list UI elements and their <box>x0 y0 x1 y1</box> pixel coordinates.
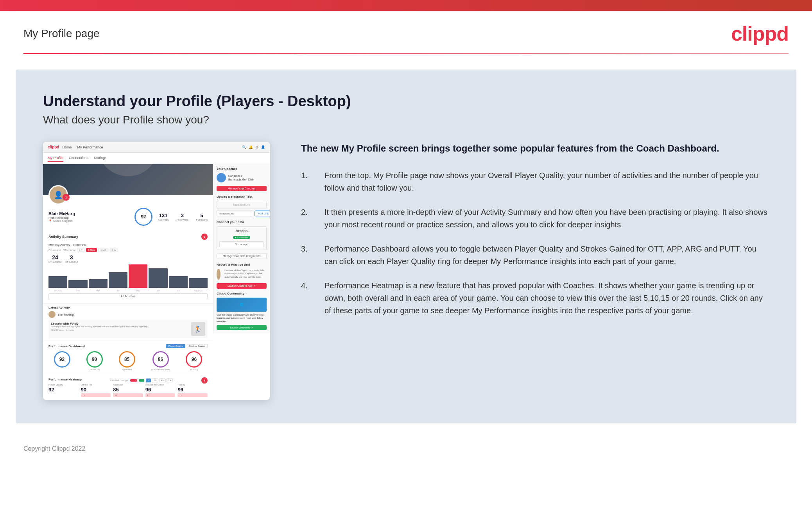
la-avatar <box>48 311 56 318</box>
drill-avatar <box>217 269 220 280</box>
round-5[interactable]: 5 <box>146 378 151 382</box>
manage-integrations-button[interactable]: Manage Your Data Integrations <box>217 253 267 259</box>
nav-my-performance[interactable]: My Performance <box>77 145 103 149</box>
filter-1w[interactable]: 1 W <box>110 248 118 252</box>
filter-row: On-course Off-course 1 Y 6 Mths 1 Mth 1 … <box>48 248 208 252</box>
lesson-title: Lesson with Fordy <box>51 322 188 325</box>
player-name: Blair McHarg <box>48 211 129 216</box>
profile-body: 👤 1 Blair McHarg Plus Handicap 📍 United … <box>43 164 270 400</box>
perf-rings: 92 90 Off the Tee 85 Approach <box>48 351 208 371</box>
community-text: Visit the Clippd Community and discover … <box>217 313 267 323</box>
tab-settings[interactable]: Settings <box>94 154 107 162</box>
list-text-4: Performance Heatmap is a new feature tha… <box>324 279 769 317</box>
round-15[interactable]: 15 <box>159 378 166 382</box>
ring-overall: 92 <box>54 351 70 371</box>
bar-chart <box>48 266 208 288</box>
monthly-activity-label: Monthly Activity - 6 Months <box>48 243 208 246</box>
badge-1: 1 <box>63 194 70 201</box>
coach-item: Dan Dories Barnstaple Golf Club <box>217 173 267 182</box>
ring-2[interactable]: 90 <box>86 351 103 368</box>
heatmap-col-arg[interactable]: Around the Green 96 ↓↓ <box>145 384 176 397</box>
perf-header: Performance Dashboard Player Quality Str… <box>48 344 208 348</box>
trackman-box: Trackman Link <box>217 201 267 209</box>
list-item-1: From the top, My Profile page now shows … <box>301 169 769 194</box>
launch-capture-button[interactable]: Launch Capture App ↗ <box>217 283 267 289</box>
activity-title: Activity Summary <box>48 235 78 239</box>
ring-app: 85 Approach <box>119 351 135 371</box>
manage-coaches-button[interactable]: Manage Your Coaches <box>217 186 267 191</box>
bar-6 <box>149 268 167 288</box>
heatmap-controls: 5 Round Change: 5 10 15 20 <box>110 378 173 382</box>
browser-nav: Home My Performance <box>62 145 103 149</box>
round-10[interactable]: 10 <box>152 378 158 382</box>
filter-1y[interactable]: 1 Y <box>77 248 84 252</box>
trackman-section: Upload a Trackman Test Trackman Link Add… <box>217 195 267 216</box>
main-content: Understand your Profile (Players - Deskt… <box>16 70 796 423</box>
quality-ring[interactable]: 92 <box>134 208 152 226</box>
trackman-title: Upload a Trackman Test <box>217 195 267 198</box>
top-bar <box>0 0 812 11</box>
trackman-input[interactable] <box>217 211 253 216</box>
profile-tabs: My Profile Connections Settings <box>43 153 270 164</box>
trackman-add-button[interactable]: Add Link <box>255 211 270 216</box>
list-text-1: From the top, My Profile page now shows … <box>324 169 769 194</box>
trend-neg <box>130 379 137 382</box>
toggle-strokes-gained[interactable]: Strokes Gained <box>187 344 208 348</box>
player-location: 📍 United Kingdom <box>48 220 129 223</box>
coach-info: Dan Dories Barnstaple Golf Club <box>228 174 254 181</box>
list-text-3: Performance Dashboard allows you to togg… <box>324 243 769 268</box>
ring-1[interactable]: 92 <box>54 351 70 368</box>
latest-activity-item: Blair McHarg <box>48 311 208 318</box>
trackman-label: Trackman Link <box>219 204 264 206</box>
heatmap-col-overall: Player Quality 92 <box>48 384 79 397</box>
la-info: Blair McHarg <box>58 313 73 316</box>
heatmap-rounds: 5 10 15 20 <box>146 378 173 382</box>
all-activities-button[interactable]: All Activities <box>48 293 208 299</box>
disconnect-button[interactable]: Disconnect <box>219 241 264 247</box>
screenshot-container: clippd Home My Performance 🔍 🔔 ⚙ 👤 My Pr… <box>43 142 270 400</box>
community-section: Clippd Community 🌐 Visit the Clippd Comm… <box>217 292 267 330</box>
heatmap-col-app[interactable]: Approach 85 ↓↓ <box>113 384 143 397</box>
ring-ott: 90 Off the Tee <box>86 351 103 371</box>
on-course-stat: 24 On Course <box>48 254 62 263</box>
heatmap-change-ott: ↓↓ <box>81 393 111 397</box>
tab-my-profile[interactable]: My Profile <box>48 154 63 162</box>
screenshot-mockup: clippd Home My Performance 🔍 🔔 ⚙ 👤 My Pr… <box>43 142 270 400</box>
ring-3[interactable]: 85 <box>119 351 135 368</box>
browser-bar: clippd Home My Performance 🔍 🔔 ⚙ 👤 <box>43 142 270 153</box>
badge-4: 4 <box>201 377 208 384</box>
filter-label-on: On-course <box>48 249 61 252</box>
bell-icon[interactable]: 🔔 <box>249 145 253 149</box>
activity-section: Activity Summary 2 Monthly Activity - 6 … <box>43 230 213 303</box>
header: My Profile page clippd <box>0 11 812 53</box>
filter-1m[interactable]: 1 Mth <box>99 248 108 252</box>
filter-6m[interactable]: 6 Mths <box>86 248 97 252</box>
community-image: 🌐 <box>217 298 267 312</box>
tab-connections[interactable]: Connections <box>69 154 88 162</box>
perf-title: Performance Dashboard <box>48 345 85 348</box>
off-course-stat: 3 Off Course <box>65 254 78 263</box>
bar-labels: Jan 2021 Feb Mar Apr May Jun Jul Aug 202… <box>48 289 208 292</box>
ring-4[interactable]: 86 <box>152 351 169 368</box>
bar-1 <box>48 276 67 288</box>
location-icon: 📍 <box>48 220 52 223</box>
drill-content: Use one of the Clippd community drills o… <box>217 269 267 280</box>
user-icon[interactable]: 👤 <box>261 145 265 149</box>
player-details: Blair McHarg Plus Handicap 📍 United King… <box>48 211 129 223</box>
search-icon[interactable]: 🔍 <box>242 145 246 149</box>
lesson-card[interactable]: Lesson with Fordy Nothing to feel like m… <box>48 320 208 338</box>
settings-icon[interactable]: ⚙ <box>255 145 258 149</box>
ring-5[interactable]: 96 <box>186 351 202 368</box>
trend-pos <box>139 379 144 382</box>
launch-community-button[interactable]: Launch Community ↗ <box>217 325 267 330</box>
browser-icons: 🔍 🔔 ⚙ 👤 <box>242 145 265 149</box>
toggle-player-quality[interactable]: Player Quality <box>166 344 185 348</box>
coaches-section: Your Coaches Dan Dories Barnstaple Golf … <box>217 167 267 191</box>
heatmap-col-ott[interactable]: Off the Tee 90 ↓↓ <box>81 384 111 397</box>
round-20[interactable]: 20 <box>167 378 173 382</box>
bar-7 <box>169 276 188 288</box>
stat-following: 5 Following <box>196 212 208 221</box>
heatmap-col-putt[interactable]: Putting 96 ↓↓ <box>177 384 208 397</box>
nav-home[interactable]: Home <box>62 145 72 149</box>
two-col-layout: clippd Home My Performance 🔍 🔔 ⚙ 👤 My Pr… <box>43 142 769 400</box>
